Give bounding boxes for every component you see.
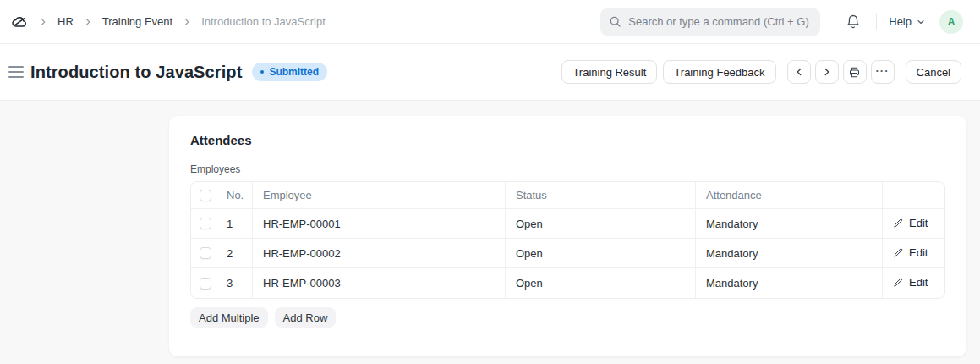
- breadcrumb: HR Training Event Introduction to JavaSc…: [10, 13, 600, 31]
- row-checkbox[interactable]: [200, 218, 211, 229]
- nav-icon-group: ···: [787, 60, 895, 84]
- search-input[interactable]: [628, 15, 812, 28]
- chevron-right-icon: [37, 16, 49, 28]
- status-cell[interactable]: Open: [506, 209, 696, 239]
- attendees-card: Attendees Employees No. Employee Status …: [169, 116, 966, 356]
- divider: [876, 14, 877, 30]
- search-icon: [609, 15, 621, 28]
- employee-cell[interactable]: HR-EMP-00002: [253, 239, 506, 268]
- table-row: 3 HR-EMP-00003 Open Mandatory Edit: [191, 268, 945, 298]
- column-header-employee: Employee: [253, 182, 506, 209]
- grid-header-row: No. Employee Status Attendance: [191, 182, 945, 209]
- chevron-right-icon: [82, 16, 94, 28]
- sidebar-toggle-icon[interactable]: [8, 63, 24, 81]
- column-header-attendance: Attendance: [696, 182, 883, 209]
- row-number: 1: [227, 218, 233, 230]
- status-badge: Submitted: [252, 63, 327, 81]
- header-actions: Training Result Training Feedback ··· Ca…: [561, 60, 961, 84]
- navbar-right: Help A: [842, 10, 963, 34]
- ellipsis-icon: ···: [876, 64, 890, 77]
- edit-label: Edit: [909, 246, 928, 259]
- global-search[interactable]: [600, 8, 820, 36]
- edit-row-button[interactable]: Edit: [893, 246, 928, 259]
- breadcrumb-item-training-event[interactable]: Training Event: [102, 15, 172, 28]
- row-checkbox[interactable]: [200, 247, 211, 259]
- help-menu[interactable]: Help: [889, 15, 926, 28]
- row-number: 2: [227, 247, 233, 260]
- next-record-button[interactable]: [815, 60, 839, 84]
- page-header: Introduction to JavaScript Submitted Tra…: [0, 44, 980, 101]
- edit-label: Edit: [909, 276, 928, 289]
- edit-row-button[interactable]: Edit: [893, 276, 928, 289]
- pencil-icon: [893, 218, 904, 229]
- attendance-cell[interactable]: Mandatory: [696, 239, 883, 268]
- training-feedback-button[interactable]: Training Feedback: [663, 60, 775, 84]
- chevron-down-icon: [916, 17, 926, 27]
- content-area: Attendees Employees No. Employee Status …: [0, 101, 980, 364]
- navbar: HR Training Event Introduction to JavaSc…: [0, 0, 980, 44]
- edit-label: Edit: [909, 217, 928, 229]
- notifications-bell-icon[interactable]: [842, 11, 864, 33]
- pencil-icon: [893, 247, 904, 258]
- row-checkbox[interactable]: [200, 278, 211, 290]
- breadcrumb-item-current: Introduction to JavaScript: [201, 15, 326, 28]
- avatar[interactable]: A: [939, 10, 963, 34]
- more-options-button[interactable]: ···: [871, 60, 895, 84]
- column-header-no: No.: [227, 189, 244, 201]
- section-title: Attendees: [190, 133, 945, 147]
- grid-footer: Add Multiple Add Row: [190, 307, 945, 328]
- prev-record-button[interactable]: [787, 60, 811, 84]
- employee-cell[interactable]: HR-EMP-00001: [253, 209, 506, 239]
- attendance-cell[interactable]: Mandatory: [696, 209, 883, 239]
- employees-grid: No. Employee Status Attendance 1: [190, 181, 945, 299]
- row-number: 3: [227, 277, 233, 290]
- status-cell[interactable]: Open: [506, 268, 696, 298]
- cancel-button[interactable]: Cancel: [906, 60, 961, 84]
- status-badge-label: Submitted: [269, 66, 319, 78]
- employee-cell[interactable]: HR-EMP-00003: [253, 268, 506, 298]
- add-row-button[interactable]: Add Row: [275, 307, 337, 328]
- attendance-cell[interactable]: Mandatory: [696, 268, 883, 298]
- app-logo-icon[interactable]: [10, 13, 29, 31]
- page-title: Introduction to JavaScript: [30, 63, 242, 82]
- select-all-checkbox[interactable]: [200, 190, 211, 201]
- status-cell[interactable]: Open: [506, 239, 696, 268]
- table-row: 2 HR-EMP-00002 Open Mandatory Edit: [191, 239, 945, 268]
- column-header-edit: [883, 182, 945, 209]
- edit-row-button[interactable]: Edit: [893, 217, 928, 229]
- pencil-icon: [893, 277, 904, 288]
- add-multiple-button[interactable]: Add Multiple: [190, 307, 268, 328]
- chevron-right-icon: [181, 16, 193, 28]
- table-row: 1 HR-EMP-00001 Open Mandatory Edit: [191, 209, 945, 239]
- print-button[interactable]: [843, 60, 867, 84]
- column-header-status: Status: [506, 182, 696, 209]
- training-result-button[interactable]: Training Result: [561, 60, 657, 84]
- status-dot-icon: [260, 70, 264, 74]
- help-label: Help: [889, 15, 912, 28]
- breadcrumb-item-hr[interactable]: HR: [57, 15, 74, 28]
- employees-field-label: Employees: [190, 163, 945, 175]
